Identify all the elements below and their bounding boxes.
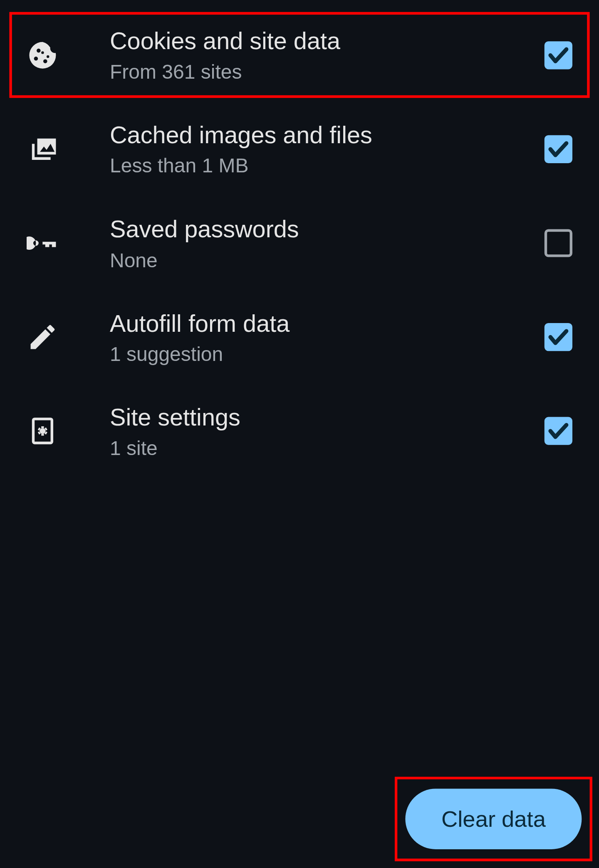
row-title: Saved passwords [110, 215, 545, 244]
clear-data-button[interactable]: Clear data [406, 788, 582, 849]
row-texts: Autofill form data 1 suggestion [87, 309, 545, 366]
row-subtitle: None [110, 249, 545, 271]
row-title: Cookies and site data [110, 27, 545, 55]
cookie-icon [27, 39, 87, 71]
svg-point-1 [40, 428, 45, 434]
row-autofill[interactable]: Autofill form data 1 suggestion [0, 290, 599, 384]
row-subtitle: Less than 1 MB [110, 155, 545, 177]
row-site-settings[interactable]: Site settings 1 site [0, 384, 599, 478]
row-texts: Site settings 1 site [87, 403, 545, 460]
row-texts: Saved passwords None [87, 215, 545, 271]
checkbox-site-settings[interactable] [545, 417, 572, 445]
row-cached[interactable]: Cached images and files Less than 1 MB [0, 102, 599, 196]
checkbox-cookies[interactable] [545, 41, 572, 69]
checkbox-cached[interactable] [545, 135, 572, 163]
key-icon [27, 227, 87, 259]
row-texts: Cookies and site data From 361 sites [87, 27, 545, 83]
row-title: Autofill form data [110, 309, 545, 338]
row-cookies[interactable]: Cookies and site data From 361 sites [8, 11, 591, 99]
checkbox-autofill[interactable] [545, 323, 572, 351]
clear-data-list: Cookies and site data From 361 sites Cac… [0, 0, 599, 478]
pencil-icon [27, 321, 87, 353]
row-passwords[interactable]: Saved passwords None [0, 196, 599, 290]
images-icon [27, 133, 87, 165]
row-title: Cached images and files [110, 121, 545, 149]
checkbox-passwords[interactable] [545, 229, 572, 257]
card-settings-icon [27, 415, 87, 447]
row-title: Site settings [110, 403, 545, 432]
row-texts: Cached images and files Less than 1 MB [87, 121, 545, 177]
row-subtitle: 1 suggestion [110, 343, 545, 366]
row-subtitle: From 361 sites [110, 61, 545, 83]
row-subtitle: 1 site [110, 437, 545, 460]
action-bar: Clear data [397, 779, 589, 858]
